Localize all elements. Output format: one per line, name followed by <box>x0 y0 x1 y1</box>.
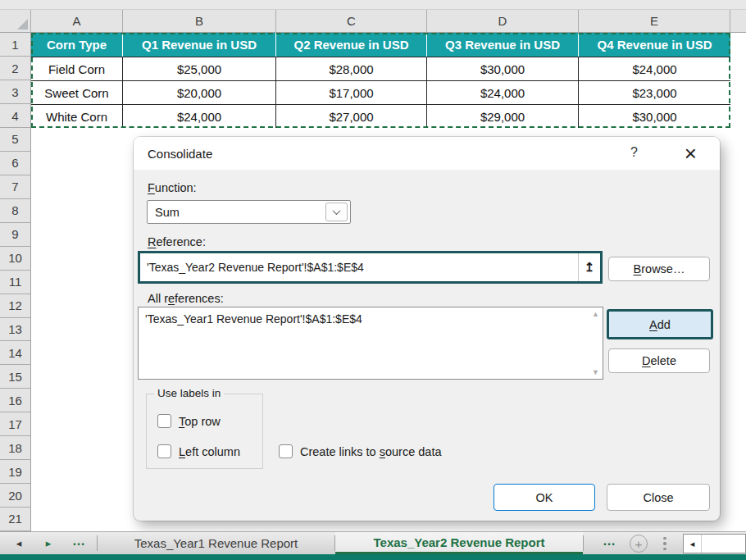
row-header[interactable]: 12 <box>0 294 30 318</box>
table-header-row: Corn Type Q1 Revenue in USD Q2 Revenue i… <box>31 33 730 57</box>
table-cell[interactable]: $30,000 <box>579 104 730 128</box>
row-header[interactable]: 1 <box>0 33 30 57</box>
more-options-icon[interactable] <box>661 535 669 552</box>
sheet-tab-texas-year2-active[interactable]: Texas_Year2 Revenue Report <box>335 532 583 554</box>
use-labels-group-label: Use labels in <box>154 387 224 399</box>
column-header-c[interactable]: C <box>276 10 427 32</box>
help-icon[interactable]: ? <box>630 145 638 160</box>
table-cell[interactable]: $30,000 <box>427 57 579 80</box>
row-header[interactable]: 4 <box>0 104 30 128</box>
delete-button[interactable]: Delete <box>608 348 710 373</box>
table-cell[interactable]: $29,000 <box>427 104 579 128</box>
chevron-down-icon <box>333 207 341 215</box>
row-header[interactable]: 13 <box>0 318 30 342</box>
row-headers: 1 2 3 4 5 6 7 8 9 10 11 12 13 14 15 16 1… <box>0 33 31 531</box>
function-label: Function: <box>148 181 197 194</box>
tabs-overflow-right[interactable]: … <box>599 530 619 552</box>
table-header-cell[interactable]: Q4 Revenue in USD <box>579 33 730 57</box>
row-header[interactable]: 18 <box>0 436 30 460</box>
column-header-f[interactable] <box>730 10 746 32</box>
row-header[interactable]: 15 <box>0 365 30 389</box>
column-header-d[interactable]: D <box>427 10 579 32</box>
reference-input[interactable]: 'Texas_Year2 Revenue Report'!$A$1:$E$4 <box>140 253 578 281</box>
sheet-nav-left-icon[interactable]: ◂ <box>11 532 26 554</box>
row-header[interactable]: 16 <box>0 389 30 412</box>
scroll-left-icon[interactable]: ◂ <box>684 535 702 553</box>
all-references-label: All references: <box>148 292 224 305</box>
table-cell[interactable]: $24,000 <box>579 57 730 80</box>
close-button[interactable]: Close <box>607 484 710 511</box>
reference-label: Reference: <box>148 235 206 248</box>
create-links-label: Create links to source data <box>300 445 442 458</box>
row-header[interactable]: 2 <box>0 57 30 80</box>
row-header[interactable]: 6 <box>0 152 30 175</box>
table-cell[interactable]: Sweet Corn <box>31 80 123 104</box>
header-top-strip <box>0 0 746 10</box>
list-scrollbar[interactable]: ▲ ▼ <box>589 307 603 379</box>
row-header[interactable]: 19 <box>0 460 30 484</box>
function-dropdown[interactable]: Sum <box>147 200 351 224</box>
sheet-tab-texas-year1[interactable]: Texas_Year1 Revenue Report <box>98 532 334 554</box>
scroll-up-icon[interactable]: ▲ <box>592 310 599 318</box>
column-header-b[interactable]: B <box>123 10 276 32</box>
top-row-checkbox[interactable] <box>157 414 171 428</box>
row-header[interactable]: 20 <box>0 484 30 508</box>
table-cell[interactable]: Field Corn <box>31 57 123 80</box>
table-header-cell[interactable]: Corn Type <box>31 33 123 57</box>
dropdown-button[interactable] <box>325 203 348 221</box>
table-cell[interactable]: $17,000 <box>276 80 427 104</box>
table-row: Field Corn $25,000 $28,000 $30,000 $24,0… <box>31 57 730 80</box>
sheet-nav-right-icon[interactable]: ▸ <box>41 532 56 554</box>
data-table: Corn Type Q1 Revenue in USD Q2 Revenue i… <box>31 33 730 128</box>
row-header[interactable]: 5 <box>0 128 30 152</box>
horizontal-scrollbar[interactable]: ◂ <box>683 534 746 553</box>
row-header[interactable]: 11 <box>0 271 30 294</box>
table-cell[interactable]: $27,000 <box>276 104 427 128</box>
row-header[interactable]: 21 <box>0 508 30 531</box>
table-header-cell[interactable]: Q3 Revenue in USD <box>427 33 579 57</box>
sheet-tab-bar: ◂ ▸ … Texas_Year1 Revenue Report Texas_Y… <box>0 531 746 554</box>
consolidate-dialog: Consolidate ? × Function: Sum Reference:… <box>134 137 720 521</box>
table-cell[interactable]: White Corn <box>31 104 123 128</box>
reference-field: 'Texas_Year2 Revenue Report'!$A$1:$E$4 ↥ <box>138 251 603 284</box>
row-header[interactable]: 8 <box>0 199 30 223</box>
scroll-down-icon[interactable]: ▼ <box>592 368 599 376</box>
select-all-button[interactable] <box>0 10 31 32</box>
add-button[interactable]: Add <box>607 309 713 339</box>
table-cell[interactable]: $24,000 <box>427 80 579 104</box>
table-cell[interactable]: $25,000 <box>123 57 276 80</box>
ok-button[interactable]: OK <box>494 484 595 511</box>
tabs-overflow-left[interactable]: … <box>69 530 89 552</box>
top-row-label: Top row <box>179 415 221 428</box>
row-header[interactable]: 10 <box>0 247 30 271</box>
status-bar-strip <box>0 554 746 560</box>
column-header-e[interactable]: E <box>579 10 730 32</box>
create-links-checkbox[interactable] <box>279 444 293 458</box>
excel-window: A B C D E 1 2 3 4 5 6 7 8 9 10 11 12 13 … <box>0 0 746 560</box>
left-column-label: Left column <box>179 445 240 458</box>
table-cell[interactable]: $23,000 <box>579 80 730 104</box>
table-cell[interactable]: $28,000 <box>276 57 427 80</box>
table-row: Sweet Corn $20,000 $17,000 $24,000 $23,0… <box>31 80 730 104</box>
column-header-a[interactable]: A <box>31 10 123 32</box>
row-header[interactable]: 9 <box>0 223 30 247</box>
left-column-option: Left column <box>157 444 240 458</box>
table-cell[interactable]: $24,000 <box>123 104 276 128</box>
row-header[interactable]: 3 <box>0 80 30 104</box>
table-cell[interactable]: $20,000 <box>123 80 276 104</box>
top-row-option: Top row <box>157 414 221 428</box>
add-sheet-icon[interactable]: + <box>630 535 648 553</box>
collapse-dialog-button[interactable]: ↥ <box>578 253 600 281</box>
table-header-cell[interactable]: Q2 Revenue in USD <box>276 33 427 57</box>
row-header[interactable]: 7 <box>0 175 30 199</box>
close-icon[interactable]: × <box>685 139 697 167</box>
row-header[interactable]: 14 <box>0 341 30 365</box>
table-header-cell[interactable]: Q1 Revenue in USD <box>123 33 276 57</box>
left-column-checkbox[interactable] <box>157 444 171 458</box>
all-references-list[interactable]: 'Texas_Year1 Revenue Report'!$A$1:$E$4 ▲… <box>138 307 603 380</box>
reference-list-item[interactable]: 'Texas_Year1 Revenue Report'!$A$1:$E$4 <box>145 312 362 326</box>
dialog-titlebar: Consolidate ? × <box>134 137 720 170</box>
browse-button[interactable]: Browse… <box>608 257 710 281</box>
function-value: Sum <box>155 206 180 219</box>
row-header[interactable]: 17 <box>0 412 30 436</box>
